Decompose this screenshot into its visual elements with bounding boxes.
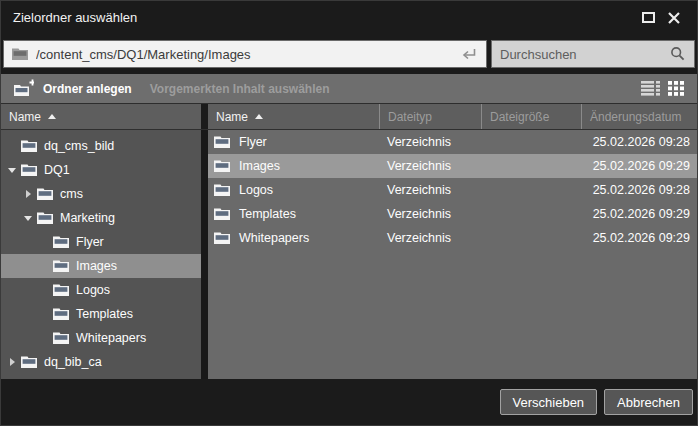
select-marked-content-button[interactable]: Vorgemerkten Inhalt auswählen [150,82,330,96]
cell-filetype: Verzeichnis [379,159,481,173]
tree-item-dq_bib_ca[interactable]: dq_bib_ca [1,350,201,374]
expander-collapsed-icon[interactable] [5,358,19,366]
cell-filetype: Verzeichnis [379,231,481,245]
tree-item-whitepapers[interactable]: Whitepapers [1,326,201,350]
column-header-label: Name [216,110,248,124]
cell-name: Images [208,159,379,173]
create-folder-button[interactable]: Ordner anlegen [9,74,136,103]
content-area: dq_cms_bild DQ1 cms Marketing Flyer [1,130,697,379]
maximize-button[interactable] [635,7,661,29]
list-view-icon [641,81,660,96]
table-row-templates[interactable]: Templates Verzeichnis 25.02.2026 09:29 [208,202,697,226]
list-view-button[interactable] [637,78,663,100]
cell-filetype: Verzeichnis [379,183,481,197]
cell-name: Logos [208,183,379,197]
folder-icon [214,135,230,149]
cell-name: Flyer [208,135,379,149]
column-header-modified[interactable]: Änderungsdatum [581,104,697,129]
create-folder-label: Ordner anlegen [43,82,132,96]
tree-item-label: Logos [76,283,110,297]
close-button[interactable] [661,7,687,29]
tree-item-label: Marketing [60,211,115,225]
tree-item-label: cms [60,187,83,201]
tree-item-label: DQ1 [44,163,70,177]
cell-filetype: Verzeichnis [379,207,481,221]
panel-splitter[interactable] [201,130,208,379]
table-row-images-selected[interactable]: Images Verzeichnis 25.02.2026 09:29 [208,154,697,178]
expander-collapsed-icon[interactable] [21,190,35,198]
cell-modified: 25.02.2026 09:29 [581,159,697,173]
table-row-flyer[interactable]: Flyer Verzeichnis 25.02.2026 09:28 [208,130,697,154]
folder-tree: dq_cms_bild DQ1 cms Marketing Flyer [1,130,201,379]
dialog-select-target-folder: Zielordner auswählen /content_cms/DQ1/Ma… [0,0,698,426]
cell-filetype: Verzeichnis [379,135,481,149]
row-name-label: Flyer [239,135,267,149]
tree-item-dq1[interactable]: DQ1 [1,158,201,182]
folder-icon [21,355,37,369]
grid-view-button[interactable] [663,78,689,100]
move-button[interactable]: Verschieben [500,389,598,415]
tree-header-name[interactable]: Name [1,104,201,129]
column-header-label: Änderungsdatum [590,110,681,124]
enter-icon[interactable] [460,46,478,62]
column-header-label: Dateigröße [490,110,549,124]
toolbar: Ordner anlegen Vorgemerkten Inhalt auswä… [1,74,697,104]
path-input[interactable]: /content_cms/DQ1/Marketing/Images [3,40,487,68]
search-icon[interactable] [670,46,686,62]
folder-icon [37,187,53,201]
folder-icon [214,159,230,173]
tree-item-images-selected[interactable]: Images [1,254,201,278]
tree-item-label: Whitepapers [76,331,146,345]
tree-item-label: Images [76,259,117,273]
column-headers: Name Name Dateityp Dateigröße Änderungsd… [1,104,697,130]
expander-expanded-icon[interactable] [5,168,19,173]
cancel-button[interactable]: Abbrechen [604,389,693,415]
dialog-title: Zielordner auswählen [13,10,635,25]
file-list: Flyer Verzeichnis 25.02.2026 09:28 Image… [208,130,697,379]
folder-icon [21,163,37,177]
current-path: /content_cms/DQ1/Marketing/Images [36,47,460,62]
tree-item-label: dq_cms_bild [44,139,114,153]
folder-icon [53,259,69,273]
cell-modified: 25.02.2026 09:29 [581,207,697,221]
column-header-filetype[interactable]: Dateityp [379,104,481,129]
tree-item-dq_cms_bild[interactable]: dq_cms_bild [1,134,201,158]
folder-icon [37,211,53,225]
tree-item-marketing[interactable]: Marketing [1,206,201,230]
folder-icon [21,139,37,153]
table-row-whitepapers[interactable]: Whitepapers Verzeichnis 25.02.2026 09:29 [208,226,697,250]
folder-icon [214,231,230,245]
table-row-logos[interactable]: Logos Verzeichnis 25.02.2026 09:28 [208,178,697,202]
close-icon [667,11,681,25]
grid-view-icon [668,81,684,96]
footer-bar: Verschieben Abbrechen [1,379,697,425]
folder-icon [214,183,230,197]
folder-icon [53,331,69,345]
tree-item-label: Flyer [76,235,104,249]
search-input[interactable]: Durchsuchen [491,40,695,68]
folder-icon [53,283,69,297]
cell-modified: 25.02.2026 09:28 [581,135,697,149]
column-header-label: Dateityp [388,110,432,124]
sort-asc-icon [48,114,56,119]
tree-item-logos[interactable]: Logos [1,278,201,302]
tree-item-templates[interactable]: Templates [1,302,201,326]
expander-expanded-icon[interactable] [21,216,35,221]
tree-item-cms[interactable]: cms [1,182,201,206]
folder-icon [214,207,230,221]
row-name-label: Logos [239,183,273,197]
column-header-filesize[interactable]: Dateigröße [481,104,581,129]
cell-modified: 25.02.2026 09:29 [581,231,697,245]
folder-icon [53,235,69,249]
column-header-name[interactable]: Name [208,104,379,129]
maximize-icon [642,12,655,23]
tree-item-flyer[interactable]: Flyer [1,230,201,254]
tree-item-label: Templates [76,307,133,321]
folder-plus-icon [13,79,34,98]
title-bar: Zielordner auswählen [1,1,697,34]
row-name-label: Images [239,159,280,173]
row-name-label: Templates [239,207,296,221]
cell-modified: 25.02.2026 09:28 [581,183,697,197]
tree-item-label: dq_bib_ca [44,355,102,369]
panel-divider[interactable] [201,104,208,129]
